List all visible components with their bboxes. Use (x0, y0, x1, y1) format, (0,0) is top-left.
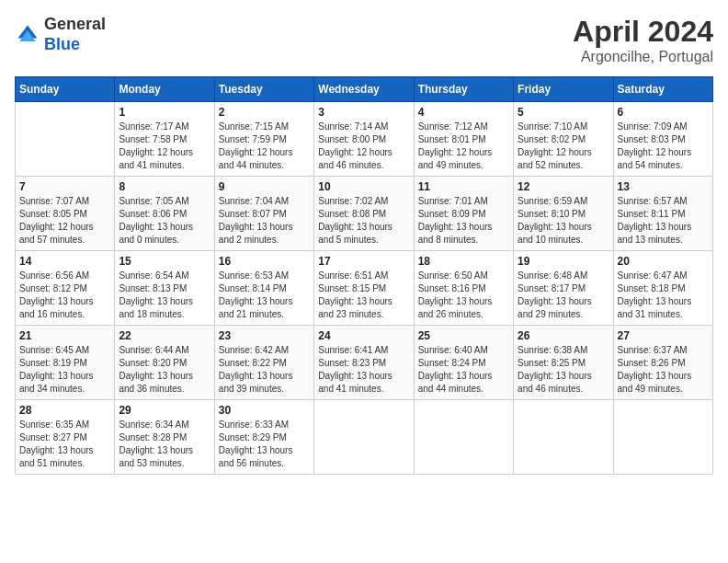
calendar-cell: 13Sunrise: 6:57 AM Sunset: 8:11 PM Dayli… (613, 177, 712, 251)
calendar-cell: 24Sunrise: 6:41 AM Sunset: 8:23 PM Dayli… (314, 326, 414, 400)
calendar-cell: 4Sunrise: 7:12 AM Sunset: 8:01 PM Daylig… (414, 102, 513, 177)
day-info: Sunrise: 6:59 AM Sunset: 8:10 PM Dayligh… (518, 195, 609, 247)
weekday-header-sunday: Sunday (16, 77, 115, 102)
day-number: 14 (19, 255, 110, 268)
calendar-cell: 26Sunrise: 6:38 AM Sunset: 8:25 PM Dayli… (514, 326, 613, 400)
weekday-header-wednesday: Wednesday (314, 77, 414, 102)
day-info: Sunrise: 6:37 AM Sunset: 8:26 PM Dayligh… (618, 344, 709, 396)
calendar-cell (314, 400, 414, 475)
calendar-cell: 27Sunrise: 6:37 AM Sunset: 8:26 PM Dayli… (613, 326, 712, 400)
day-info: Sunrise: 6:41 AM Sunset: 8:23 PM Dayligh… (318, 344, 409, 396)
logo: General Blue (15, 15, 106, 54)
calendar-cell: 8Sunrise: 7:05 AM Sunset: 8:06 PM Daylig… (115, 177, 214, 251)
day-info: Sunrise: 6:53 AM Sunset: 8:14 PM Dayligh… (219, 270, 310, 321)
day-info: Sunrise: 7:14 AM Sunset: 8:00 PM Dayligh… (318, 121, 409, 172)
day-number: 15 (119, 255, 210, 268)
day-info: Sunrise: 7:02 AM Sunset: 8:08 PM Dayligh… (318, 195, 409, 247)
page-header: General Blue April 2024 Argoncilhe, Port… (15, 15, 713, 65)
calendar-cell: 1Sunrise: 7:17 AM Sunset: 7:58 PM Daylig… (115, 102, 214, 177)
calendar-cell: 23Sunrise: 6:42 AM Sunset: 8:22 PM Dayli… (214, 326, 313, 400)
calendar-cell: 14Sunrise: 6:56 AM Sunset: 8:12 PM Dayli… (16, 251, 115, 326)
day-info: Sunrise: 6:56 AM Sunset: 8:12 PM Dayligh… (19, 270, 110, 321)
day-number: 10 (318, 180, 409, 193)
weekday-header-monday: Monday (115, 77, 214, 102)
calendar-cell: 22Sunrise: 6:44 AM Sunset: 8:20 PM Dayli… (115, 326, 214, 400)
day-number: 5 (518, 106, 609, 119)
day-number: 18 (418, 255, 509, 268)
calendar-cell: 29Sunrise: 6:34 AM Sunset: 8:28 PM Dayli… (115, 400, 214, 475)
weekday-header-friday: Friday (514, 77, 613, 102)
day-info: Sunrise: 7:10 AM Sunset: 8:02 PM Dayligh… (518, 121, 609, 172)
day-number: 20 (618, 255, 709, 268)
day-info: Sunrise: 6:48 AM Sunset: 8:17 PM Dayligh… (518, 270, 609, 321)
day-number: 26 (518, 329, 609, 342)
weekday-header-tuesday: Tuesday (214, 77, 313, 102)
day-number: 30 (219, 404, 310, 417)
weekday-header-saturday: Saturday (613, 77, 712, 102)
day-info: Sunrise: 6:51 AM Sunset: 8:15 PM Dayligh… (318, 270, 409, 321)
day-number: 13 (618, 180, 709, 193)
calendar-cell: 5Sunrise: 7:10 AM Sunset: 8:02 PM Daylig… (514, 102, 613, 177)
day-number: 9 (219, 180, 310, 193)
calendar-week-0: 1Sunrise: 7:17 AM Sunset: 7:58 PM Daylig… (16, 102, 713, 177)
calendar-week-1: 7Sunrise: 7:07 AM Sunset: 8:05 PM Daylig… (16, 177, 713, 251)
day-info: Sunrise: 6:45 AM Sunset: 8:19 PM Dayligh… (19, 344, 110, 396)
calendar-week-4: 28Sunrise: 6:35 AM Sunset: 8:27 PM Dayli… (16, 400, 713, 475)
day-number: 12 (518, 180, 609, 193)
day-number: 11 (418, 180, 509, 193)
calendar-cell: 15Sunrise: 6:54 AM Sunset: 8:13 PM Dayli… (115, 251, 214, 326)
day-number: 19 (518, 255, 609, 268)
day-number: 6 (618, 106, 709, 119)
month-title: April 2024 (573, 15, 713, 49)
day-number: 22 (119, 329, 210, 342)
day-info: Sunrise: 7:15 AM Sunset: 7:59 PM Dayligh… (219, 121, 310, 172)
day-info: Sunrise: 6:33 AM Sunset: 8:29 PM Dayligh… (219, 419, 310, 470)
day-info: Sunrise: 6:57 AM Sunset: 8:11 PM Dayligh… (618, 195, 709, 247)
day-info: Sunrise: 6:38 AM Sunset: 8:25 PM Dayligh… (518, 344, 609, 396)
day-info: Sunrise: 7:05 AM Sunset: 8:06 PM Dayligh… (119, 195, 210, 247)
calendar-cell: 30Sunrise: 6:33 AM Sunset: 8:29 PM Dayli… (214, 400, 313, 475)
calendar-cell: 21Sunrise: 6:45 AM Sunset: 8:19 PM Dayli… (16, 326, 115, 400)
calendar-cell: 7Sunrise: 7:07 AM Sunset: 8:05 PM Daylig… (16, 177, 115, 251)
day-number: 16 (219, 255, 310, 268)
calendar-week-3: 21Sunrise: 6:45 AM Sunset: 8:19 PM Dayli… (16, 326, 713, 400)
day-number: 1 (119, 106, 210, 119)
day-info: Sunrise: 6:35 AM Sunset: 8:27 PM Dayligh… (19, 419, 110, 470)
day-info: Sunrise: 6:42 AM Sunset: 8:22 PM Dayligh… (219, 344, 310, 396)
logo-blue: Blue (44, 35, 80, 53)
day-info: Sunrise: 6:47 AM Sunset: 8:18 PM Dayligh… (618, 270, 709, 321)
calendar-cell (414, 400, 513, 475)
calendar-week-2: 14Sunrise: 6:56 AM Sunset: 8:12 PM Dayli… (16, 251, 713, 326)
day-number: 21 (19, 329, 110, 342)
day-number: 7 (19, 180, 110, 193)
day-info: Sunrise: 7:09 AM Sunset: 8:03 PM Dayligh… (618, 121, 709, 172)
calendar-cell: 28Sunrise: 6:35 AM Sunset: 8:27 PM Dayli… (16, 400, 115, 475)
calendar-cell: 10Sunrise: 7:02 AM Sunset: 8:08 PM Dayli… (314, 177, 414, 251)
day-info: Sunrise: 7:01 AM Sunset: 8:09 PM Dayligh… (418, 195, 509, 247)
logo-text: General Blue (44, 15, 106, 54)
calendar-cell: 9Sunrise: 7:04 AM Sunset: 8:07 PM Daylig… (214, 177, 313, 251)
day-number: 23 (219, 329, 310, 342)
calendar-header: SundayMondayTuesdayWednesdayThursdayFrid… (16, 77, 713, 102)
day-info: Sunrise: 6:54 AM Sunset: 8:13 PM Dayligh… (119, 270, 210, 321)
day-number: 8 (119, 180, 210, 193)
calendar-cell: 3Sunrise: 7:14 AM Sunset: 8:00 PM Daylig… (314, 102, 414, 177)
day-number: 25 (418, 329, 509, 342)
calendar-cell: 20Sunrise: 6:47 AM Sunset: 8:18 PM Dayli… (613, 251, 712, 326)
calendar-body: 1Sunrise: 7:17 AM Sunset: 7:58 PM Daylig… (16, 102, 713, 475)
day-info: Sunrise: 6:50 AM Sunset: 8:16 PM Dayligh… (418, 270, 509, 321)
day-number: 3 (318, 106, 409, 119)
title-block: April 2024 Argoncilhe, Portugal (573, 15, 713, 65)
location-title: Argoncilhe, Portugal (573, 49, 713, 65)
day-info: Sunrise: 6:40 AM Sunset: 8:24 PM Dayligh… (418, 344, 509, 396)
calendar-cell: 2Sunrise: 7:15 AM Sunset: 7:59 PM Daylig… (214, 102, 313, 177)
calendar-cell: 18Sunrise: 6:50 AM Sunset: 8:16 PM Dayli… (414, 251, 513, 326)
calendar-table: SundayMondayTuesdayWednesdayThursdayFrid… (15, 76, 713, 475)
day-number: 17 (318, 255, 409, 268)
calendar-cell: 6Sunrise: 7:09 AM Sunset: 8:03 PM Daylig… (613, 102, 712, 177)
day-info: Sunrise: 6:34 AM Sunset: 8:28 PM Dayligh… (119, 419, 210, 470)
day-number: 27 (618, 329, 709, 342)
day-number: 24 (318, 329, 409, 342)
weekday-header-thursday: Thursday (414, 77, 513, 102)
calendar-cell: 17Sunrise: 6:51 AM Sunset: 8:15 PM Dayli… (314, 251, 414, 326)
